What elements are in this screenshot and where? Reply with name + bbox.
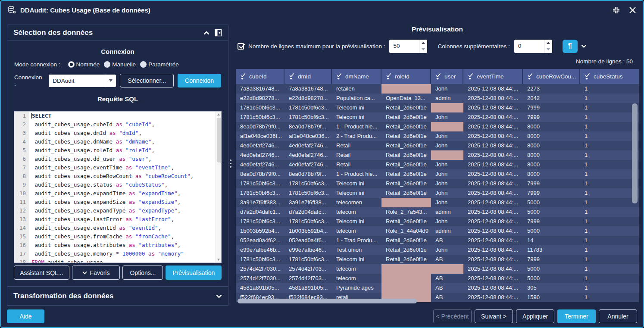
table-row[interactable]: 1781c50bf6c3...1781c50bf6c3...Telecom in… (236, 217, 639, 226)
table-cell[interactable]: Role_1_44a04d9 (381, 226, 431, 236)
table-cell[interactable]: AB (431, 274, 463, 283)
table-cell[interactable]: admin (431, 226, 463, 236)
preview-button[interactable]: Prévisualisation (166, 266, 222, 280)
sql-line[interactable]: 15 audit_cubes_usage.fromCache as "fromC… (14, 232, 221, 241)
max-rows-spinner[interactable]: 50 (389, 40, 427, 53)
table-cell[interactable]: 2025-12-08 08:44:... (463, 207, 523, 217)
table-row[interactable]: 7a8a3816748...7a8a3816748...retailenJohn… (236, 84, 639, 94)
previous-button[interactable]: < Précédent (433, 309, 472, 323)
table-cell[interactable]: 1 (580, 198, 639, 207)
table-cell[interactable]: telecom (332, 226, 381, 236)
table-cell[interactable]: 1 - Trad Produ... (332, 236, 381, 245)
sql-line[interactable]: 11 audit_cubes_usage.expandSize as "expa… (14, 198, 221, 206)
table-cell[interactable]: Retail_2d6e0f1e (381, 245, 431, 255)
table-cell[interactable]: 1781c50bf6c3... (236, 188, 284, 198)
table-cell[interactable]: d7a2d04dafc1... (236, 207, 284, 217)
table-row[interactable]: 2574d42f7030...2574d42f703...telecomAB20… (236, 274, 639, 283)
table-cell[interactable]: 2025-12-08 08:44:... (463, 226, 523, 236)
table-row[interactable]: af1e048ce036f...af1e048ce036...2 - Trad … (236, 131, 639, 141)
table-cell[interactable]: 2574d42f703... (284, 274, 332, 283)
table-cell[interactable]: 2 - Trad Produ... (332, 131, 381, 141)
table-cell[interactable]: 1 (580, 150, 639, 160)
table-cell[interactable]: 2042 (523, 94, 580, 103)
close-icon[interactable] (629, 6, 636, 14)
restore-window-icon[interactable] (612, 6, 620, 14)
table-cell[interactable]: 2025-12-08 08:44:... (463, 217, 523, 226)
table-cell[interactable] (431, 150, 463, 160)
table-cell[interactable]: 7999 (523, 112, 580, 122)
table-cell[interactable]: 1 (580, 103, 639, 112)
table-cell[interactable]: 5000 (523, 198, 580, 207)
table-cell[interactable]: 4ed0efaf2746... (284, 160, 332, 169)
table-row[interactable]: 4ed0efaf2746...4ed0efaf2746...RetailReta… (236, 150, 639, 160)
table-cell[interactable]: 1 - Product hie... (332, 169, 381, 179)
table-cell[interactable]: Test union (332, 245, 381, 255)
next-button[interactable]: Suivant > (475, 309, 513, 323)
table-cell[interactable]: 2025-12-08 08:44:... (463, 103, 523, 112)
table-cell[interactable]: 1 (580, 283, 639, 293)
table-cell[interactable]: John (431, 131, 463, 141)
table-cell[interactable]: 5000 (523, 226, 580, 236)
table-cell[interactable]: 7999 (523, 179, 580, 188)
table-cell[interactable]: 3a91e7f6ff383... (236, 198, 284, 207)
connect-button[interactable]: Connexion (178, 74, 221, 87)
table-cell[interactable]: 2025-12-08 08:44:... (463, 141, 523, 150)
table-cell[interactable]: 2025-12-08 08:44:... (463, 94, 523, 103)
table-cell[interactable]: telecom (332, 264, 381, 274)
table-cell[interactable]: John (431, 141, 463, 150)
cancel-button[interactable]: Annuler (599, 309, 637, 323)
table-cell[interactable]: Retail_2d6e0f1e (381, 169, 431, 179)
table-row[interactable]: 1b003b592b4...1b003b592b4...telecomRole_… (236, 226, 639, 236)
sql-line[interactable]: 5 audit_cubes_usage.roleId as "roleId", (14, 146, 221, 155)
sql-line[interactable]: 18FROM audit_cubes_usage (14, 258, 221, 263)
sql-line[interactable]: 7 audit_cubes_usage.eventTime as "eventT… (14, 163, 221, 172)
table-cell[interactable]: 4581a891b05... (236, 283, 284, 293)
table-cell[interactable]: Retail_2d6e0f1e (381, 236, 431, 245)
data-selection-header[interactable]: Sélection des données (7, 25, 228, 41)
table-cell[interactable]: Retail_2d6e0f1e (381, 217, 431, 226)
table-row[interactable]: 4ed0efaf2746...4ed0efaf2746...RetailReta… (236, 141, 639, 150)
table-cell[interactable]: 2025-12-08 08:44:... (463, 283, 523, 293)
table-row[interactable]: e22d8d98278...e22d8d98278...Population c… (236, 94, 639, 103)
table-cell[interactable]: 2273 (523, 84, 580, 94)
sql-line[interactable]: 12 audit_cubes_usage.expandType as "expa… (14, 206, 221, 215)
table-cell[interactable]: telecom (332, 274, 381, 283)
table-cell[interactable]: e99e7afbe46... (284, 245, 332, 255)
table-cell[interactable]: 1 (580, 188, 639, 198)
table-cell[interactable]: 052ead0a4f6... (284, 236, 332, 245)
table-cell[interactable]: AB (431, 293, 463, 302)
table-cell[interactable] (381, 274, 431, 283)
table-cell[interactable]: 305 (523, 283, 580, 293)
table-cell[interactable]: Telecom ini (332, 217, 381, 226)
table-cell[interactable]: Retail_2d6e0f1e (381, 103, 431, 112)
table-cell[interactable]: 1 (580, 122, 639, 131)
table-cell[interactable]: John (431, 217, 463, 226)
table-cell[interactable]: 4581a891b05... (284, 283, 332, 293)
column-header-dmId[interactable]: dmId (284, 69, 332, 84)
table-cell[interactable]: 3a91e7f6ff38... (284, 198, 332, 207)
table-cell[interactable]: Retail_2d6e0f1e (381, 131, 431, 141)
max-rows-checkbox[interactable] (238, 43, 244, 50)
table-cell[interactable]: 1 (580, 264, 639, 274)
table-cell[interactable]: af1e048ce036... (284, 131, 332, 141)
column-header-cubeStatus[interactable]: cubeStatus (580, 69, 639, 84)
sql-line[interactable]: 17 audit_cubes_usage.memory * 1000000 as… (14, 250, 221, 258)
table-cell[interactable]: Role_2_7a543... (381, 207, 431, 217)
table-cell[interactable]: Retail (332, 150, 381, 160)
mode-radio-paramétrée[interactable] (140, 61, 147, 68)
table-cell[interactable]: 4ed0efaf2746... (236, 150, 284, 160)
column-header-eventTime[interactable]: eventTime (463, 69, 523, 84)
table-cell[interactable]: 7a8a3816748... (236, 84, 284, 94)
column-header-dmName[interactable]: dmName (332, 69, 381, 84)
table-vertical-scrollbar[interactable] (632, 103, 638, 203)
table-cell[interactable]: 8000 (523, 122, 580, 131)
table-cell[interactable]: 7999 (523, 103, 580, 112)
table-cell[interactable]: John (431, 188, 463, 198)
table-cell[interactable]: 1 (580, 236, 639, 245)
table-cell[interactable]: 2574d42f7030... (236, 274, 284, 283)
table-cell[interactable]: 8ea0d78b79f... (284, 122, 332, 131)
mode-radio-nommée[interactable] (68, 61, 75, 68)
favorites-button[interactable]: Favoris (72, 266, 120, 280)
table-cell[interactable]: Retail (332, 141, 381, 150)
sql-line[interactable]: 16 audit_cubes_usage.attributes as "attr… (14, 241, 221, 250)
